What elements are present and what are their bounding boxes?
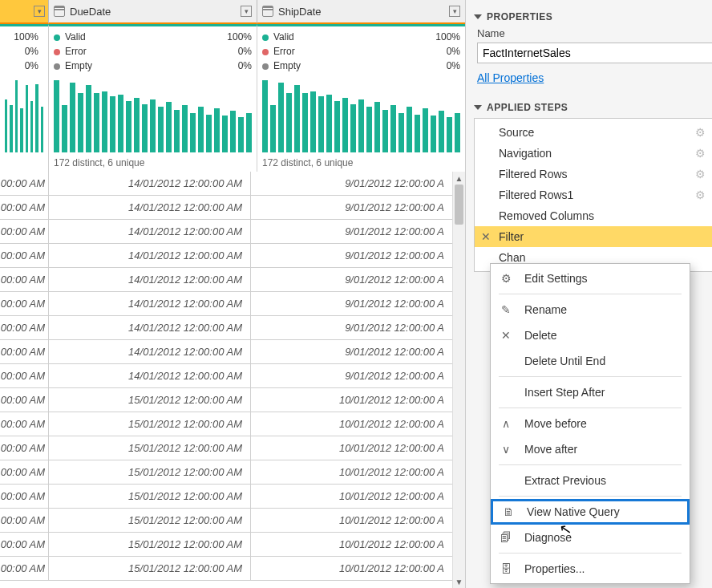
cell-shipdate: 10/01/2012 12:00:00 A — [250, 533, 452, 556]
data-grid-panel: ▾ DueDate ▾ ShipDate ▾ 100% 0% — [0, 0, 466, 588]
table-row[interactable]: 00:00 AM14/01/2012 12:00:00 AM9/01/2012 … — [0, 220, 452, 244]
menu-view-native-query[interactable]: 🗎View Native Query — [491, 499, 690, 525]
table-row[interactable]: 00:00 AM14/01/2012 12:00:00 AM9/01/2012 … — [0, 340, 452, 364]
column-header-shipdate[interactable]: ShipDate ▾ — [257, 0, 465, 24]
histogram-bar — [190, 113, 196, 152]
menu-move-after[interactable]: ∨Move after — [491, 436, 690, 462]
step-label: Chan — [499, 251, 525, 264]
column-header-duedate[interactable]: DueDate ▾ — [48, 0, 257, 24]
cell-shipdate: 9/01/2012 12:00:00 A — [250, 268, 452, 291]
menu-separator — [499, 294, 682, 294]
menu-rename[interactable]: ✎Rename — [491, 297, 690, 322]
table-row[interactable]: 00:00 AM15/01/2012 12:00:00 AM10/01/2012… — [0, 388, 452, 412]
applied-step[interactable]: Source⚙ — [475, 122, 712, 143]
cell-shipdate: 9/01/2012 12:00:00 A — [250, 316, 452, 339]
histogram-bar — [166, 102, 172, 152]
table-row[interactable]: 00:00 AM15/01/2012 12:00:00 AM10/01/2012… — [0, 509, 452, 533]
table-row[interactable]: 00:00 AM14/01/2012 12:00:00 AM9/01/2012 … — [0, 268, 452, 292]
vertical-scrollbar[interactable]: ▲ ▼ — [452, 172, 465, 588]
table-row[interactable]: 00:00 AM14/01/2012 12:00:00 AM9/01/2012 … — [0, 292, 452, 316]
filter-icon[interactable]: ▾ — [34, 6, 45, 17]
prev-column-header-partial[interactable]: ▾ — [0, 0, 48, 24]
cell-shipdate: 10/01/2012 12:00:00 A — [250, 412, 452, 436]
histogram-bar — [54, 80, 59, 152]
applied-step[interactable]: ✕Filter — [475, 226, 712, 247]
step-label: Filtered Rows — [499, 168, 568, 180]
data-grid[interactable]: 00:00 AM14/01/2012 12:00:00 AM9/01/2012 … — [0, 172, 465, 588]
scroll-down-icon[interactable]: ▼ — [453, 575, 465, 588]
histogram-bar — [398, 113, 404, 152]
cell-duedate: 14/01/2012 12:00:00 AM — [48, 292, 250, 315]
menu-extract-previous[interactable]: Extract Previous — [491, 468, 690, 493]
cell-duedate: 14/01/2012 12:00:00 AM — [48, 172, 250, 195]
distribution-chart — [54, 76, 252, 152]
properties-section-header[interactable]: PROPERTIES — [474, 11, 704, 22]
cell-shipdate: 9/01/2012 12:00:00 A — [250, 292, 452, 315]
table-row[interactable]: 00:00 AM15/01/2012 12:00:00 AM10/01/2012… — [0, 557, 452, 581]
histogram-bar — [423, 108, 428, 152]
cell-duedate: 15/01/2012 12:00:00 AM — [48, 460, 250, 484]
filter-dropdown-icon[interactable]: ▾ — [241, 6, 252, 17]
applied-step[interactable]: Removed Columns — [475, 205, 712, 226]
applied-steps-section-header[interactable]: APPLIED STEPS — [474, 102, 704, 113]
cell-duedate: 15/01/2012 12:00:00 AM — [48, 485, 250, 508]
filter-dropdown-icon[interactable]: ▾ — [449, 6, 460, 17]
cell-duedate: 15/01/2012 12:00:00 AM — [48, 412, 250, 436]
cell-shipdate: 9/01/2012 12:00:00 A — [250, 172, 452, 195]
histogram-bar — [302, 93, 308, 152]
menu-move-before[interactable]: ∧Move before — [491, 411, 690, 436]
menu-separator — [499, 376, 682, 377]
histogram-bar — [294, 85, 300, 152]
query-name-input[interactable] — [477, 43, 712, 63]
cell-shipdate: 10/01/2012 12:00:00 A — [250, 485, 452, 508]
table-row[interactable]: 00:00 AM15/01/2012 12:00:00 AM10/01/2012… — [0, 436, 452, 460]
cell-prev: 00:00 AM — [0, 388, 48, 412]
table-row[interactable]: 00:00 AM14/01/2012 12:00:00 AM9/01/2012 … — [0, 244, 452, 268]
applied-step[interactable]: Filtered Rows1⚙ — [475, 185, 712, 205]
scroll-up-icon[interactable]: ▲ — [453, 172, 465, 185]
menu-insert-step-after[interactable]: Insert Step After — [491, 379, 690, 405]
menu-properties[interactable]: 🗄Properties... — [491, 556, 690, 582]
valid-pct: 100% — [14, 31, 38, 43]
all-properties-link[interactable]: All Properties — [477, 71, 544, 84]
cell-duedate: 14/01/2012 12:00:00 AM — [48, 364, 250, 387]
diagnose-icon: 🗐 — [497, 531, 515, 544]
gear-icon[interactable]: ⚙ — [695, 147, 706, 160]
applied-step[interactable]: Navigation⚙ — [475, 143, 712, 164]
table-row[interactable]: 00:00 AM15/01/2012 12:00:00 AM10/01/2012… — [0, 485, 452, 509]
applied-step[interactable]: Filtered Rows⚙ — [475, 164, 712, 185]
table-row[interactable]: 00:00 AM14/01/2012 12:00:00 AM9/01/2012 … — [0, 196, 452, 220]
histogram-bar — [142, 104, 148, 152]
error-pct: 0% — [25, 46, 38, 57]
scroll-thumb[interactable] — [455, 185, 463, 225]
delete-step-icon[interactable]: ✕ — [481, 230, 491, 243]
gear-icon[interactable]: ⚙ — [695, 189, 706, 201]
cell-prev: 00:00 AM — [0, 485, 48, 508]
table-row[interactable]: 00:00 AM14/01/2012 12:00:00 AM9/01/2012 … — [0, 316, 452, 340]
collapse-caret-icon[interactable] — [474, 14, 482, 19]
menu-diagnose[interactable]: 🗐Diagnose — [491, 525, 690, 550]
histogram-bar — [214, 108, 220, 152]
histogram-bar — [20, 108, 22, 152]
table-row[interactable]: 00:00 AM15/01/2012 12:00:00 AM10/01/2012… — [0, 533, 452, 557]
menu-delete-until-end[interactable]: Delete Until End — [491, 348, 690, 374]
table-row[interactable]: 00:00 AM14/01/2012 12:00:00 AM9/01/2012 … — [0, 172, 452, 196]
cell-prev: 00:00 AM — [0, 509, 48, 532]
cell-shipdate: 9/01/2012 12:00:00 A — [250, 340, 452, 363]
table-row[interactable]: 00:00 AM14/01/2012 12:00:00 AM9/01/2012 … — [0, 364, 452, 388]
collapse-caret-icon[interactable] — [474, 105, 482, 110]
cell-shipdate: 9/01/2012 12:00:00 A — [250, 220, 452, 243]
gear-icon[interactable]: ⚙ — [695, 126, 706, 139]
menu-delete[interactable]: ✕Delete — [491, 322, 690, 348]
gear-icon[interactable]: ⚙ — [695, 168, 706, 180]
histogram-bar — [30, 101, 33, 152]
histogram-bar — [262, 80, 268, 152]
menu-edit-settings[interactable]: ⚙Edit Settings — [491, 266, 690, 291]
table-row[interactable]: 00:00 AM15/01/2012 12:00:00 AM10/01/2012… — [0, 412, 452, 436]
histogram-bar — [286, 93, 292, 152]
column-name: DueDate — [70, 6, 111, 18]
step-label: Removed Columns — [499, 209, 594, 222]
table-row[interactable]: 00:00 AM15/01/2012 12:00:00 AM10/01/2012… — [0, 460, 452, 485]
histogram-bar — [158, 107, 164, 152]
menu-separator — [499, 408, 682, 408]
